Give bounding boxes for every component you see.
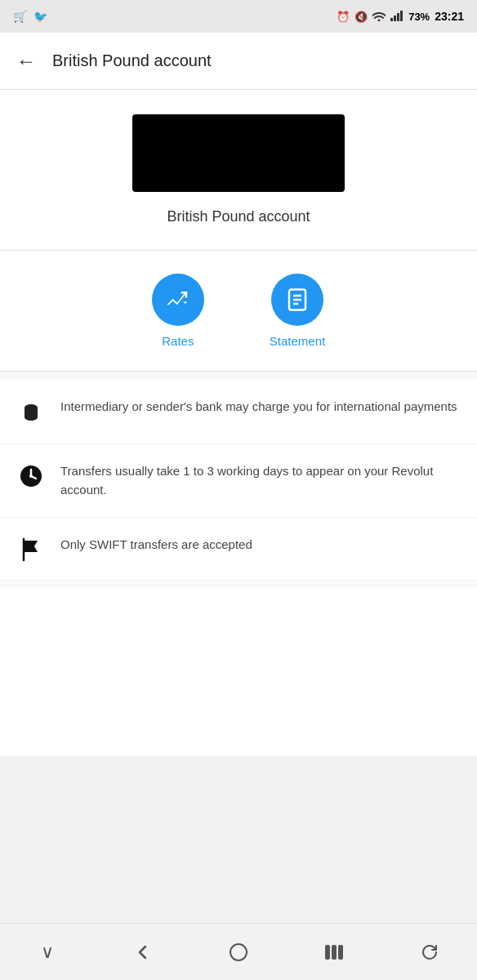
svg-rect-3: [397, 13, 399, 21]
info-section: Intermediary or sender's bank may charge…: [0, 372, 477, 589]
page-title: British Pound account: [52, 51, 212, 70]
mute-icon: 🔇: [354, 11, 368, 23]
main-content: British Pound account Rates: [0, 90, 477, 756]
nav-menu-button[interactable]: [314, 932, 354, 973]
twitter-icon: 🐦: [33, 10, 47, 23]
list-item: Intermediary or sender's bank may charge…: [0, 380, 477, 444]
nav-chevron-down[interactable]: ∨: [27, 932, 68, 973]
content-spacer: [0, 756, 477, 924]
account-card-area: British Pound account: [0, 90, 477, 250]
bank-charges-icon: [16, 399, 46, 425]
bottom-nav: ∨: [0, 923, 477, 980]
clock-icon: [16, 464, 46, 488]
svg-point-16: [230, 944, 247, 960]
svg-rect-19: [338, 945, 343, 960]
nav-back-button[interactable]: [123, 932, 163, 973]
svg-rect-18: [332, 945, 337, 960]
svg-rect-17: [325, 945, 330, 960]
transfer-time-text: Transfers usually take 1 to 3 working da…: [60, 462, 461, 499]
rates-label: Rates: [162, 334, 194, 348]
battery-text: 73%: [408, 11, 430, 23]
status-right-info: ⏰ 🔇 73% 23:21: [337, 10, 464, 24]
bank-charges-text: Intermediary or sender's bank may charge…: [60, 398, 457, 416]
back-button[interactable]: ←: [16, 50, 36, 73]
statement-action[interactable]: Statement: [270, 274, 325, 348]
rates-icon: [166, 287, 190, 312]
nav-refresh-button[interactable]: [409, 932, 450, 973]
swift-only-text: Only SWIFT transfers are accepted: [60, 536, 252, 555]
actions-row: Rates Statement: [0, 251, 477, 371]
header: ← British Pound account: [0, 33, 477, 90]
status-left-icons: 🛒 🐦: [13, 10, 47, 23]
svg-rect-2: [394, 16, 396, 21]
wifi-icon: [372, 10, 386, 24]
rates-action[interactable]: Rates: [152, 274, 204, 348]
svg-rect-1: [390, 18, 393, 21]
flag-icon: [16, 537, 46, 562]
amazon-icon: 🛒: [13, 10, 27, 23]
statement-icon: [285, 287, 310, 312]
account-name-label: British Pound account: [167, 208, 310, 225]
svg-point-0: [378, 19, 381, 21]
signal-icon: [390, 10, 403, 24]
svg-point-14: [29, 474, 33, 478]
list-item: Transfers usually take 1 to 3 working da…: [0, 444, 477, 518]
statement-circle: [271, 274, 323, 326]
list-item: Only SWIFT transfers are accepted: [0, 518, 477, 581]
alarm-icon: ⏰: [337, 11, 350, 23]
statement-label: Statement: [270, 334, 325, 348]
status-bar: 🛒 🐦 ⏰ 🔇 73% 23:21: [0, 0, 477, 33]
clock-time: 23:21: [435, 10, 464, 23]
svg-rect-4: [400, 11, 403, 21]
nav-home-button[interactable]: [218, 932, 259, 973]
rates-circle: [152, 274, 204, 326]
account-card-image: [132, 114, 345, 192]
